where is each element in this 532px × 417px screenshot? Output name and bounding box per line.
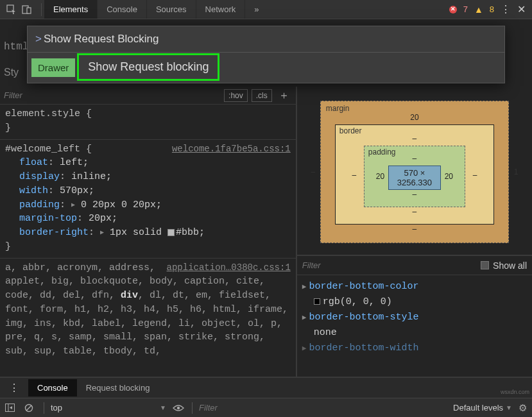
expand-icon[interactable]: ▶ — [302, 345, 307, 352]
drawer-tab-request-blocking[interactable]: Request blocking — [77, 379, 159, 396]
cls-toggle[interactable]: .cls — [252, 89, 272, 102]
color-swatch-icon[interactable] — [167, 229, 175, 236]
expand-icon[interactable]: ▶ — [302, 283, 307, 291]
chevron-down-icon: ▼ — [160, 404, 166, 411]
svg-line-6 — [26, 405, 31, 411]
hov-toggle[interactable]: :hov — [224, 89, 248, 102]
new-style-rule-icon[interactable]: ＋ — [276, 88, 292, 103]
styles-tab-truncated[interactable]: Sty — [4, 67, 19, 78]
css-rule-block[interactable]: #welcome_left { welcome.1fa7be5a.css:1 f… — [0, 140, 296, 259]
clear-console-icon[interactable] — [24, 404, 37, 413]
styles-filter-row: :hov .cls ＋ — [0, 87, 296, 105]
drawer: ⋮ Console Request blocking — [0, 377, 532, 398]
computed-filter-input[interactable] — [302, 260, 481, 270]
tab-network[interactable]: Network — [196, 0, 246, 19]
computed-property[interactable]: ▶border-bottom-style none — [302, 310, 527, 341]
computed-pane: – margin 20 border – – padding – — [297, 87, 532, 377]
console-toolbar: top ▼ Default levels ▼ ⚙ — [0, 398, 532, 417]
tab-sources[interactable]: Sources — [147, 0, 196, 19]
command-input[interactable] — [44, 33, 497, 46]
box-model[interactable]: – margin 20 border – – padding – — [297, 87, 532, 256]
attribution: wsxdn.com — [501, 389, 529, 395]
console-sidebar-toggle-icon[interactable] — [5, 404, 18, 412]
command-category-badge: Drawer — [31, 58, 75, 77]
error-count[interactable]: 7 — [463, 4, 468, 14]
expand-icon[interactable]: ▶ — [302, 314, 307, 321]
console-context-selector[interactable]: top ▼ — [51, 403, 166, 413]
rule-source-link[interactable]: welcome.1fa7be5a.css:1 — [172, 142, 291, 155]
warning-count[interactable]: 8 — [490, 4, 494, 14]
computed-property[interactable]: ▶border-bottom-color rgb(0, 0, 0) — [302, 279, 527, 310]
command-prompt-icon: > — [35, 33, 42, 46]
show-all-checkbox[interactable] — [481, 261, 489, 269]
devtools-topbar: Elements Console Sources Network » ✕ 7 ▲… — [0, 0, 532, 19]
settings-kebab-icon[interactable]: ⋮ — [501, 3, 511, 15]
svg-point-7 — [177, 406, 180, 409]
expand-icon[interactable]: ▶ — [71, 201, 75, 210]
tabs-overflow[interactable]: » — [245, 0, 268, 19]
console-settings-icon[interactable]: ⚙ — [519, 402, 527, 414]
ua-stylesheet-block[interactable]: application…0380c.css:1 a, abbr, acronym… — [0, 259, 296, 361]
warning-icon[interactable]: ▲ — [474, 4, 483, 15]
element-style-block[interactable]: element.style { } — [0, 105, 296, 140]
live-expression-icon[interactable] — [173, 404, 185, 412]
expand-icon[interactable]: ▶ — [100, 228, 104, 238]
close-devtools-icon[interactable]: ✕ — [517, 3, 526, 15]
show-all-label[interactable]: Show all — [493, 260, 527, 271]
device-toggle-icon[interactable] — [22, 4, 32, 15]
box-model-content: 570 × 3256.330 — [388, 166, 441, 190]
ua-source-link[interactable]: application…0380c.css:1 — [167, 261, 291, 274]
panel-tabs: Elements Console Sources Network » — [44, 0, 268, 19]
tab-elements[interactable]: Elements — [44, 0, 98, 19]
console-levels-selector[interactable]: Default levels ▼ — [453, 403, 512, 413]
computed-property[interactable]: ▶border-bottom-width — [302, 341, 527, 356]
styles-pane: :hov .cls ＋ element.style { } #welcome_l… — [0, 87, 297, 377]
svg-rect-2 — [27, 8, 31, 13]
styles-filter-input[interactable] — [4, 90, 220, 100]
command-menu: > Drawer Show Request blocking — [27, 26, 505, 83]
tab-console[interactable]: Console — [98, 0, 147, 19]
inspect-icon[interactable] — [6, 4, 17, 15]
breadcrumb[interactable]: html — [4, 41, 28, 53]
drawer-menu-icon[interactable]: ⋮ — [0, 382, 28, 394]
command-item-request-blocking[interactable]: Show Request blocking — [79, 55, 218, 79]
color-swatch-icon[interactable] — [314, 298, 320, 305]
drawer-tab-console[interactable]: Console — [28, 379, 77, 396]
chevron-down-icon: ▼ — [506, 404, 512, 411]
console-filter-input[interactable] — [199, 403, 447, 413]
computed-properties-list: ▶border-bottom-color rgb(0, 0, 0) ▶borde… — [297, 275, 532, 360]
error-count-icon[interactable]: ✕ — [449, 6, 457, 13]
